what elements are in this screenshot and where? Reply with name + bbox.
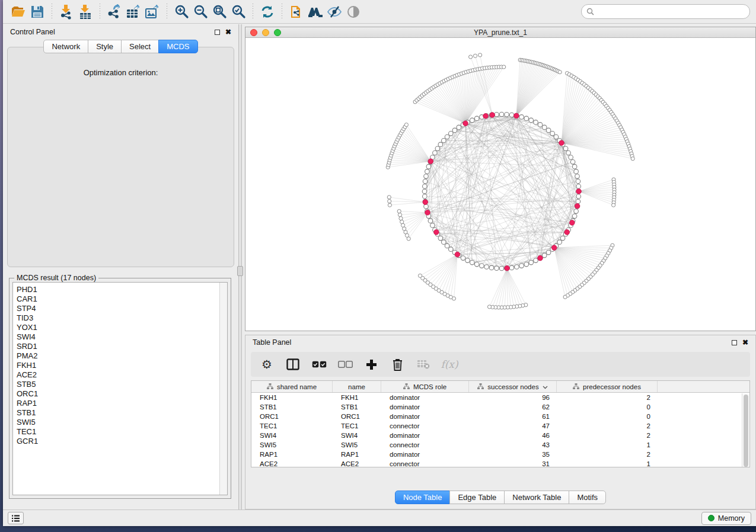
table-row-swi5[interactable]: SWI5SWI5connector431 bbox=[251, 440, 749, 450]
table-row-tec1[interactable]: TEC1TEC1connector472 bbox=[251, 421, 749, 431]
mcds-result-item[interactable]: RAP1 bbox=[13, 399, 227, 408]
cell-successor-nodes[interactable]: 35 bbox=[469, 450, 557, 459]
table-tab-motifs[interactable]: Motifs bbox=[569, 491, 606, 504]
hide-unhide-icon[interactable] bbox=[325, 2, 344, 21]
zoom-in-icon[interactable] bbox=[172, 2, 191, 21]
cell-shared-name[interactable]: RAP1 bbox=[251, 450, 333, 459]
cell-mcds-role[interactable]: connector bbox=[381, 459, 469, 467]
tab-select[interactable]: Select bbox=[121, 40, 159, 53]
cell-successor-nodes[interactable]: 96 bbox=[469, 393, 557, 402]
mcds-result-item[interactable]: SWI5 bbox=[13, 418, 227, 427]
cell-mcds-role[interactable]: connector bbox=[381, 440, 469, 450]
cell-name[interactable]: FKH1 bbox=[333, 393, 381, 402]
table-row-fkh1[interactable]: FKH1FKH1dominator962 bbox=[251, 393, 749, 402]
cell-name[interactable]: TEC1 bbox=[333, 421, 381, 431]
table-row-swi4[interactable]: SWI4SWI4dominator462 bbox=[251, 431, 749, 440]
mcds-result-item[interactable]: STB5 bbox=[13, 380, 227, 389]
mcds-result-item[interactable]: FKH1 bbox=[13, 361, 227, 370]
mcds-result-item[interactable]: SRD1 bbox=[13, 342, 227, 351]
mcds-result-list[interactable]: PHD1CAR1STP4TID3YOX1SWI4SRD1PMA2FKH1ACE2… bbox=[12, 282, 228, 495]
cell-predecessor-nodes[interactable]: 2 bbox=[557, 450, 658, 459]
cell-mcds-role[interactable]: dominator bbox=[381, 412, 469, 421]
close-table-panel-icon[interactable]: ✖ bbox=[742, 340, 748, 345]
cell-name[interactable]: RAP1 bbox=[333, 450, 381, 459]
float-panel-icon[interactable] bbox=[215, 30, 220, 35]
tab-style[interactable]: Style bbox=[88, 40, 122, 53]
select-all-icon[interactable] bbox=[310, 355, 328, 373]
float-table-panel-icon[interactable] bbox=[732, 340, 737, 345]
open-file-icon[interactable] bbox=[9, 2, 28, 21]
zoom-out-icon[interactable] bbox=[191, 2, 210, 21]
mcds-result-item[interactable]: ACE2 bbox=[13, 370, 227, 380]
cell-mcds-role[interactable]: dominator bbox=[381, 393, 469, 402]
table-scrollbar-thumb[interactable] bbox=[744, 395, 748, 467]
cell-successor-nodes[interactable]: 61 bbox=[469, 412, 557, 421]
cell-mcds-role[interactable]: dominator bbox=[381, 450, 469, 459]
table-row-rap1[interactable]: RAP1RAP1dominator352 bbox=[251, 450, 749, 459]
cell-shared-name[interactable]: STB1 bbox=[251, 402, 333, 412]
cell-shared-name[interactable]: FKH1 bbox=[251, 393, 333, 402]
cell-predecessor-nodes[interactable]: 0 bbox=[557, 402, 658, 412]
search-input[interactable] bbox=[597, 8, 745, 16]
cell-name[interactable]: ACE2 bbox=[333, 459, 381, 467]
cell-predecessor-nodes[interactable]: 0 bbox=[557, 412, 658, 421]
search-box[interactable] bbox=[581, 4, 750, 19]
column-layout-icon[interactable] bbox=[284, 355, 302, 373]
export-image-icon[interactable] bbox=[143, 2, 162, 21]
cell-shared-name[interactable]: SWI4 bbox=[251, 431, 333, 440]
cell-name[interactable]: ORC1 bbox=[333, 412, 381, 421]
table-row-ace2[interactable]: ACE2ACE2connector311 bbox=[251, 459, 749, 467]
cell-shared-name[interactable]: ORC1 bbox=[251, 412, 333, 421]
import-table-icon[interactable] bbox=[76, 2, 95, 21]
cell-successor-nodes[interactable]: 46 bbox=[469, 431, 557, 440]
mcds-result-item[interactable]: SWI4 bbox=[13, 332, 227, 342]
column-header-mcds-role[interactable]: MCDS role bbox=[381, 381, 469, 392]
import-network-icon[interactable] bbox=[57, 2, 76, 21]
table-row-stb1[interactable]: STB1STB1dominator620 bbox=[251, 402, 749, 412]
cell-shared-name[interactable]: SWI5 bbox=[251, 440, 333, 450]
cell-successor-nodes[interactable]: 47 bbox=[469, 421, 557, 431]
delete-table-icon[interactable] bbox=[414, 355, 432, 373]
cell-predecessor-nodes[interactable]: 2 bbox=[557, 431, 658, 440]
cell-predecessor-nodes[interactable]: 2 bbox=[557, 421, 658, 431]
mcds-result-item[interactable]: ORC1 bbox=[13, 389, 227, 399]
cell-mcds-role[interactable]: connector bbox=[381, 421, 469, 431]
table-tab-network-table[interactable]: Network Table bbox=[504, 491, 569, 504]
show-graphics-details-icon[interactable] bbox=[344, 2, 363, 21]
table-tab-node-table[interactable]: Node Table bbox=[395, 491, 451, 504]
column-header-name[interactable]: name bbox=[333, 381, 381, 392]
save-session-icon[interactable] bbox=[28, 2, 47, 21]
task-history-button[interactable] bbox=[8, 512, 24, 524]
cell-name[interactable]: SWI5 bbox=[333, 440, 381, 450]
cell-predecessor-nodes[interactable]: 2 bbox=[557, 393, 658, 402]
export-network-icon[interactable] bbox=[105, 2, 124, 21]
add-column-icon[interactable] bbox=[362, 355, 380, 373]
cell-successor-nodes[interactable]: 43 bbox=[469, 440, 557, 450]
share-document-icon[interactable] bbox=[287, 2, 306, 21]
mcds-result-item[interactable]: GCR1 bbox=[13, 437, 227, 446]
network-window-titlebar[interactable]: YPA_prune.txt_1 bbox=[245, 27, 755, 38]
zoom-selected-icon[interactable] bbox=[229, 2, 248, 21]
deselect-all-icon[interactable] bbox=[336, 355, 354, 373]
table-row-orc1[interactable]: ORC1ORC1dominator610 bbox=[251, 412, 749, 421]
mcds-result-item[interactable]: PHD1 bbox=[13, 285, 227, 294]
mcds-result-item[interactable]: TEC1 bbox=[13, 427, 227, 437]
cell-mcds-role[interactable]: dominator bbox=[381, 402, 469, 412]
cell-successor-nodes[interactable]: 62 bbox=[469, 402, 557, 412]
table-scrollbar[interactable] bbox=[742, 393, 749, 467]
close-panel-icon[interactable]: ✖ bbox=[225, 30, 231, 35]
network-canvas[interactable] bbox=[245, 38, 755, 331]
mcds-result-item[interactable]: CAR1 bbox=[13, 294, 227, 304]
column-header-successor-nodes[interactable]: successor nodes bbox=[469, 381, 557, 392]
cell-shared-name[interactable]: ACE2 bbox=[251, 459, 333, 467]
cell-successor-nodes[interactable]: 31 bbox=[469, 459, 557, 467]
tab-network[interactable]: Network bbox=[43, 40, 88, 53]
mcds-result-item[interactable]: TID3 bbox=[13, 313, 227, 323]
cell-predecessor-nodes[interactable]: 1 bbox=[557, 440, 658, 450]
mcds-result-item[interactable]: YOX1 bbox=[13, 323, 227, 332]
delete-column-icon[interactable] bbox=[388, 355, 406, 373]
tab-mcds[interactable]: MCDS bbox=[158, 40, 197, 53]
cell-name[interactable]: SWI4 bbox=[333, 431, 381, 440]
cell-mcds-role[interactable]: dominator bbox=[381, 431, 469, 440]
cell-name[interactable]: STB1 bbox=[333, 402, 381, 412]
